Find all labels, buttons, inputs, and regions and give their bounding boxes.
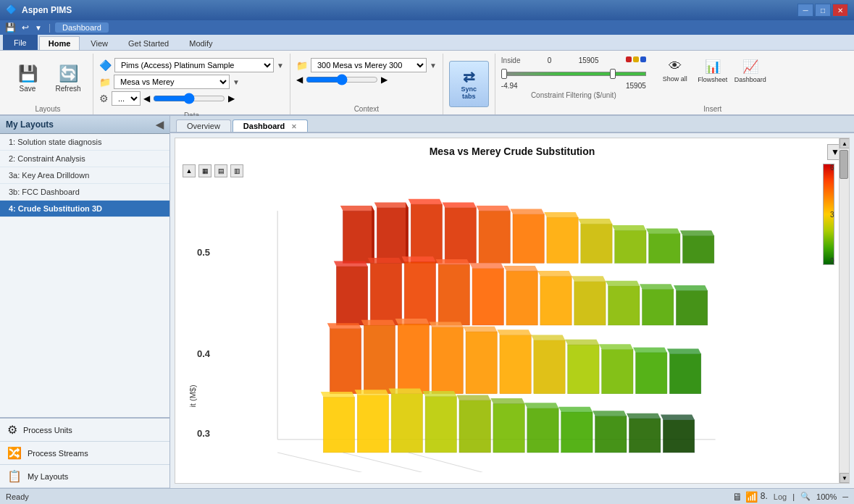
zoom-minus-button[interactable]: ─ <box>842 492 848 501</box>
constraint-bottom-max: 15905 <box>626 82 646 90</box>
svg-marker-38 <box>368 258 402 263</box>
nav-prev-icon[interactable]: ◀ <box>143 93 150 104</box>
tab-close-icon[interactable]: ✕ <box>291 123 297 130</box>
svg-marker-87 <box>524 403 558 408</box>
save-button[interactable]: 💾 Save <box>9 55 46 101</box>
svg-rect-78 <box>595 416 627 453</box>
sidebar: My Layouts ◀ 1: Solution state diagnosis… <box>0 116 170 488</box>
constraint-slider[interactable] <box>501 66 646 80</box>
y-axis-label-05: 0.5 <box>197 247 210 258</box>
app-title: Aspen PIMS <box>22 5 798 15</box>
nav-slider[interactable] <box>153 96 225 101</box>
refresh-button[interactable]: 🔄 Refresh <box>49 55 87 101</box>
scroll-thumb[interactable] <box>840 150 848 179</box>
case-dropdown[interactable]: Mesa vs Merey <box>114 75 230 89</box>
chart-btn-up[interactable]: ▲ <box>183 164 196 177</box>
context-dropdown1[interactable]: 300 Mesa vs Merey 300 <box>311 58 427 72</box>
svg-rect-77 <box>561 412 593 453</box>
sidebar-item-1[interactable]: 1: Solution state diagnosis <box>0 134 169 151</box>
flowsheet-label: Flowsheet <box>698 76 727 83</box>
context-nav-next[interactable]: ▶ <box>381 75 388 85</box>
constraint-top-row: Inside 0 15905 <box>501 56 646 64</box>
svg-marker-24 <box>372 206 374 263</box>
context-nav-prev[interactable]: ◀ <box>296 75 303 85</box>
small-dropdown[interactable]: ... <box>112 91 141 106</box>
chart-btn-bar2[interactable]: ▤ <box>214 164 227 177</box>
tab-get-started[interactable]: Get Started <box>119 36 178 50</box>
quick-arrow-icon[interactable]: ▼ <box>33 23 44 33</box>
svg-rect-33 <box>574 282 606 325</box>
svg-marker-17 <box>476 206 510 211</box>
tab-home[interactable]: Home <box>39 36 80 50</box>
dropdown1-arrow: ▼ <box>277 62 284 70</box>
sidebar-header: My Layouts ◀ <box>0 116 169 134</box>
svg-marker-37 <box>334 261 368 266</box>
sidebar-item-2[interactable]: 2: Constraint Analysis <box>0 151 169 167</box>
sidebar-section-process-units[interactable]: ⚙ Process Units <box>0 419 169 442</box>
show-all-label: Show all <box>663 75 687 83</box>
show-all-button[interactable]: 👁 Show all <box>658 55 692 96</box>
svg-rect-52 <box>466 332 497 394</box>
content-tabs: Overview Dashboard ✕ <box>170 116 854 133</box>
sidebar-item-4[interactable]: 3b: FCC Dashboard <box>0 184 169 201</box>
sync-tabs-button[interactable]: ⇄ Sync tabs <box>449 61 489 107</box>
flowsheet-icon: 📊 <box>705 59 721 75</box>
quick-save-icon[interactable]: 💾 <box>3 22 18 33</box>
sidebar-item-3[interactable]: 3a: Key Area Drilldown <box>0 167 169 184</box>
chart-btn-bar3[interactable]: ▥ <box>230 164 243 177</box>
svg-marker-23 <box>680 230 714 235</box>
constraint-handle-left[interactable] <box>501 69 507 79</box>
svg-marker-41 <box>469 263 503 268</box>
svg-marker-83 <box>389 389 423 394</box>
sidebar-item-5[interactable]: 4: Crude Substitution 3D <box>0 201 169 217</box>
sidebar-section-my-layouts[interactable]: 📋 My Layouts <box>0 465 169 488</box>
sidebar-section-process-streams[interactable]: 🔀 Process Streams <box>0 442 169 465</box>
svg-marker-60 <box>361 320 395 325</box>
dashboard-insert-button[interactable]: 📈 Dashboard <box>733 55 768 96</box>
pims-dropdown[interactable]: Pims (Access) Platinum Sample <box>114 58 274 72</box>
svg-rect-9 <box>581 224 612 263</box>
minimize-button[interactable]: ─ <box>798 4 813 17</box>
process-units-icon: ⚙ <box>7 423 17 437</box>
svg-rect-70 <box>323 397 354 453</box>
svg-rect-8 <box>547 217 578 263</box>
dropdown-row-1: 🔷 Pims (Access) Platinum Sample ▼ <box>99 58 284 72</box>
nav-next-icon[interactable]: ▶ <box>228 93 235 104</box>
tab-overview[interactable]: Overview <box>176 119 231 132</box>
sidebar-collapse-button[interactable]: ◀ <box>156 119 164 130</box>
svg-rect-49 <box>364 325 395 394</box>
scroll-down-button[interactable]: ▼ <box>840 473 850 483</box>
maximize-button[interactable]: □ <box>815 4 831 17</box>
settings-icon: ⚙ <box>99 93 109 104</box>
svg-rect-26 <box>336 266 367 325</box>
quick-undo-icon[interactable]: ↩ <box>20 22 31 33</box>
chart-toolbar: ▲ ▦ ▤ ▥ <box>183 164 243 177</box>
svg-marker-81 <box>321 392 355 397</box>
scroll-up-button[interactable]: ▲ <box>840 138 850 148</box>
constraint-handle-right[interactable] <box>610 69 616 79</box>
chart-btn-bar1[interactable]: ▦ <box>198 164 212 177</box>
tab-dashboard[interactable]: Dashboard ✕ <box>233 119 309 132</box>
svg-rect-12 <box>683 235 714 263</box>
tab-file[interactable]: File <box>3 35 38 50</box>
svg-marker-18 <box>510 209 544 214</box>
context-folder-icon: 📁 <box>296 60 308 71</box>
insert-label: Insert <box>703 102 721 113</box>
dashboard-btn-label: Dashboard <box>734 76 766 83</box>
svg-marker-82 <box>355 390 389 395</box>
tab-modify[interactable]: Modify <box>180 36 222 50</box>
log-label[interactable]: Log <box>774 492 787 501</box>
svg-line-93 <box>343 453 447 472</box>
svg-rect-5 <box>445 208 476 264</box>
status-right: 🖥 📶 8. Log | 🔍 100% ─ <box>732 491 848 503</box>
svg-marker-21 <box>612 225 646 230</box>
close-button[interactable]: ✕ <box>832 4 848 17</box>
context-nav-slider[interactable] <box>306 77 378 83</box>
tab-view[interactable]: View <box>81 36 117 50</box>
flowsheet-button[interactable]: 📊 Flowsheet <box>695 55 730 96</box>
constraint-inside-label: Inside <box>501 56 521 64</box>
constraint-mid-value: 0 <box>548 56 552 64</box>
svg-rect-75 <box>493 403 524 453</box>
constraint-track <box>501 72 646 76</box>
svg-marker-39 <box>402 256 436 261</box>
